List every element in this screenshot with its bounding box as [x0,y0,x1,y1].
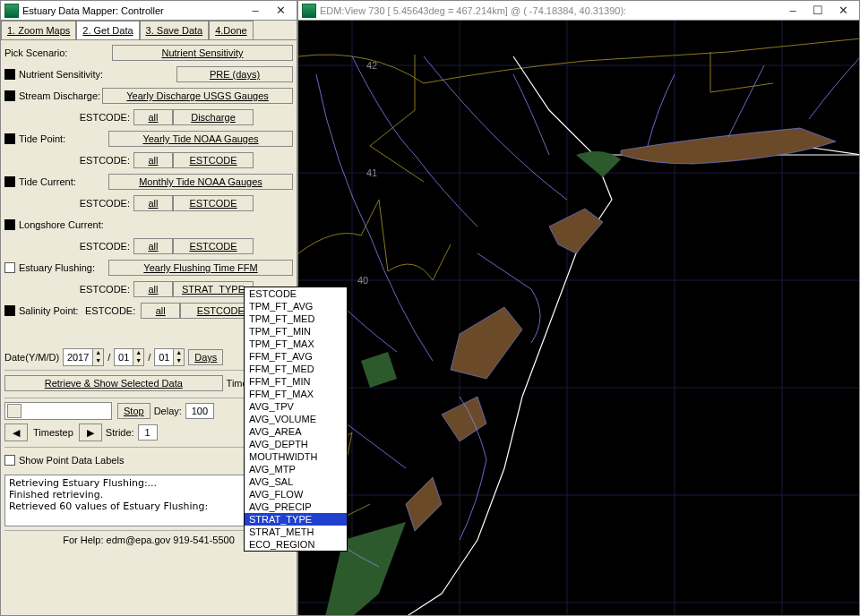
strat-type-dropdown[interactable]: ESTCODETPM_FT_AVGTPM_FT_MEDTPM_FT_MINTPM… [244,287,348,552]
stop-button[interactable]: Stop [117,403,150,419]
dropdown-item[interactable]: AVG_PRECIP [245,500,347,513]
estuary-flushing-label: Estuary Flushing: [19,262,108,273]
stride-label: Stride: [106,427,134,438]
lat-label-40: 40 [357,275,368,286]
dropdown-item[interactable]: AVG_TPV [245,400,347,413]
tide-current-checkbox[interactable] [4,176,15,187]
days-button[interactable]: Days [188,349,223,365]
tide-point-extra[interactable]: ESTCODE [173,152,254,168]
close-button[interactable]: ✕ [268,3,293,19]
controller-titlebar: Estuary Data Mapper: Controller – ✕ [1,1,297,21]
nutrient-sensitivity-combo[interactable]: PRE (days) [176,66,293,82]
dropdown-item[interactable]: TPM_FT_MIN [245,325,347,338]
stride-input[interactable] [138,424,158,441]
tide-point-checkbox[interactable] [4,133,15,144]
month-down[interactable]: ▼ [133,357,143,365]
map-title: EDM:View 730 [ 5.45643deg = 467.214km] @… [320,5,780,16]
map-maximize-button[interactable]: ☐ [805,3,830,19]
year-input[interactable] [64,349,92,365]
dropdown-item[interactable]: STRAT_METH [245,526,347,538]
day-input[interactable] [155,349,173,365]
dropdown-item[interactable]: ESTCODE [245,287,347,300]
map-svg: 42 41 40 [298,21,859,615]
tide-current-combo[interactable]: Monthly Tide NOAA Gauges [108,174,293,190]
longshore-estcode-label: ESTCODE: [58,241,133,252]
app-icon [4,4,19,18]
dropdown-item[interactable]: FFM_FT_MIN [245,375,347,388]
estuary-flushing-combo[interactable]: Yearly Flushing Time FFM [108,260,293,276]
lat-label-41: 41 [366,167,377,178]
timestep-next[interactable]: ▶ [79,424,102,441]
pick-scenario-button[interactable]: Nutrient Sensitivity [112,45,293,61]
day-up[interactable]: ▲ [173,349,184,357]
month-input[interactable] [115,349,133,365]
timestep-prev[interactable]: ◀ [4,424,28,441]
dropdown-item[interactable]: FFM_FT_MED [245,363,347,375]
pick-scenario-label: Pick Scenario: [4,47,112,58]
longshore-all[interactable]: all [133,238,173,254]
longshore-extra[interactable]: ESTCODE [173,238,254,254]
stream-discharge-extra[interactable]: Discharge [173,109,254,125]
dropdown-item[interactable]: FFM_FT_MAX [245,388,347,400]
dropdown-item[interactable]: AVG_MTP [245,463,347,475]
salinity-estcode-label: ESTCODE: [85,305,135,316]
dropdown-item[interactable]: MOUTHWIDTH [245,450,347,463]
retrieve-button[interactable]: Retrieve & Show Selected Data [4,375,223,391]
tab-get-data[interactable]: 2. Get Data [76,21,139,39]
map-titlebar: EDM:View 730 [ 5.45643deg = 467.214km] @… [298,1,859,21]
map-minimize-button[interactable]: – [780,3,805,19]
delay-input[interactable] [185,403,214,419]
show-point-labels-checkbox[interactable] [4,455,15,466]
stream-discharge-checkbox[interactable] [4,90,15,101]
estuary-flushing-extra[interactable]: STRAT_TYPE [173,281,254,297]
nutrient-sensitivity-checkbox[interactable] [4,69,15,80]
month-up[interactable]: ▲ [133,349,143,357]
estuary-flushing-checkbox[interactable] [4,262,15,273]
year-spinner[interactable]: ▲▼ [63,348,104,366]
map-canvas[interactable]: 42 41 40 [298,21,859,615]
year-up[interactable]: ▲ [92,349,103,357]
svg-rect-0 [298,21,859,615]
show-point-labels-label: Show Point Data Labels [19,455,124,466]
estuary-flushing-all[interactable]: all [133,281,173,297]
lat-label-42: 42 [366,60,377,71]
tab-done[interactable]: 4.Done [209,21,253,39]
tide-current-estcode-label: ESTCODE: [58,198,133,209]
dropdown-item[interactable]: TPM_FT_MAX [245,338,347,350]
timestep-slider[interactable] [4,402,112,420]
salinity-all[interactable]: all [141,303,180,319]
timestep-label: Timestep [33,427,73,438]
delay-label: Delay: [154,406,182,416]
stream-discharge-estcode-label: ESTCODE: [58,112,133,123]
dropdown-item[interactable]: AVG_DEPTH [245,438,347,450]
window-title: Estuary Data Mapper: Controller [22,5,243,16]
salinity-point-checkbox[interactable] [4,305,15,316]
day-down[interactable]: ▼ [173,357,184,365]
month-spinner[interactable]: ▲▼ [114,348,144,366]
dropdown-item[interactable]: TPM_FT_AVG [245,300,347,312]
stream-discharge-estcode-all[interactable]: all [133,109,173,125]
dropdown-item[interactable]: STRAT_TYPE [245,513,347,526]
map-close-button[interactable]: ✕ [830,3,856,19]
tab-zoom-maps[interactable]: 1. Zoom Maps [1,21,76,39]
stream-discharge-combo[interactable]: Yearly Discharge USGS Gauges [102,88,293,104]
tide-point-label: Tide Point: [19,133,108,144]
dropdown-item[interactable]: TPM_FT_MED [245,312,347,325]
dropdown-item[interactable]: AVG_FLOW [245,488,347,500]
longshore-checkbox[interactable] [4,219,15,230]
minimize-button[interactable]: – [243,3,268,19]
tab-row: 1. Zoom Maps 2. Get Data 3. Save Data 4.… [1,21,297,40]
year-down[interactable]: ▼ [92,357,103,365]
dropdown-item[interactable]: ECO_REGION [245,538,347,551]
dropdown-item[interactable]: FFM_FT_AVG [245,350,347,363]
map-app-icon [302,4,316,18]
tide-point-combo[interactable]: Yearly Tide NOAA Gauges [108,131,293,147]
tide-point-estcode-all[interactable]: all [133,152,173,168]
tab-save-data[interactable]: 3. Save Data [140,21,210,39]
tide-current-all[interactable]: all [133,195,173,211]
day-spinner[interactable]: ▲▼ [154,348,185,366]
dropdown-item[interactable]: AVG_VOLUME [245,413,347,425]
dropdown-item[interactable]: AVG_AREA [245,425,347,438]
dropdown-item[interactable]: AVG_SAL [245,475,347,488]
tide-current-extra[interactable]: ESTCODE [173,195,254,211]
